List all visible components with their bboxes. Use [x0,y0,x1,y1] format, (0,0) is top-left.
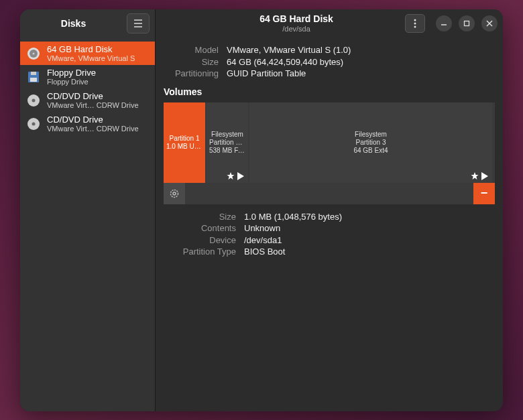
volume-badges [227,172,244,180]
volume-label-line: Partition 3 [353,139,388,147]
drive-text: CD/DVD DriveVMware Virt… CDRW Drive [47,91,150,109]
titlebar-controls [405,14,498,33]
partition-options-button[interactable] [164,183,185,204]
drive-title: 64 GB Hard Disk [47,44,150,54]
partition-detail: Size1.0 MB (1,048,576 bytes) ContentsUnk… [156,204,503,265]
drive-subtitle: Floppy Drive [47,78,150,86]
svg-point-11 [414,23,416,25]
svg-point-2 [33,52,35,54]
kebab-icon [414,19,416,28]
volume-badges [471,172,488,180]
volumes-widget: Partition 11.0 MB Un…FilesystemPartition… [164,102,495,204]
volumes-heading: Volumes [156,84,503,102]
delete-partition-button[interactable]: − [473,183,495,204]
toolbar-spacer [185,183,473,204]
drive-item[interactable]: Floppy DriveFloppy Drive [20,65,155,88]
drive-title: Floppy Drive [47,68,150,78]
label-model: Model [164,44,219,56]
volume-label-line: Filesystem [209,131,246,139]
drive-item[interactable]: CD/DVD DriveVMware Virt… CDRW Drive [20,88,155,112]
label-device: Device [164,234,236,247]
volume-label-line: Partition 2:… [207,139,248,147]
label-size: Size [164,56,219,68]
svg-point-14 [171,190,178,197]
optical-icon [25,92,42,109]
label-ptype: Partition Type [164,246,236,258]
value-partitioning: GUID Partition Table [227,68,306,80]
app-title: Disks [20,18,127,29]
drive-item[interactable]: CD/DVD DriveVMware Virt… CDRW Drive [20,112,155,135]
close-button[interactable] [481,15,498,31]
svg-point-10 [414,19,416,21]
drive-subtitle: VMware Virt… CDRW Drive [47,101,150,109]
drive-menu-button[interactable] [405,14,425,33]
sidebar: Disks 64 GB Hard DiskVMware, VMware Virt… [20,9,156,411]
hdd-icon [25,46,42,62]
play-icon [481,172,488,180]
volume-block[interactable]: FilesystemPartition 2:…538 MB FAT [207,102,248,183]
optical-icon [25,116,42,132]
drive-title: CD/DVD Drive [47,115,150,125]
value-device: /dev/sda1 [244,234,282,247]
volume-label-line: Filesystem [352,131,390,139]
label-psize: Size [164,211,236,223]
header-center: 64 GB Hard Disk /dev/sda [188,14,405,32]
value-model: VMware, VMware Virtual S (1.0) [227,44,351,56]
volume-block[interactable]: FilesystemPartition 364 GB Ext4 [249,102,492,183]
drive-text: Floppy DriveFloppy Drive [47,68,150,86]
drive-text: 64 GB Hard DiskVMware, VMware Virtual S [47,44,150,62]
disk-title: 64 GB Hard Disk [188,14,405,24]
menu-button[interactable] [127,13,150,33]
floppy-icon [25,69,42,85]
drive-subtitle: VMware, VMware Virtual S [47,54,150,62]
sidebar-header: Disks [20,9,155,38]
star-icon [227,172,235,180]
label-contents: Contents [164,222,236,234]
drive-title: CD/DVD Drive [47,91,150,101]
volume-label-line: Partition 1 [166,135,202,143]
volume-block[interactable]: Partition 11.0 MB Un… [164,102,205,183]
svg-rect-4 [31,72,36,75]
value-size: 64 GB (64,424,509,440 bytes) [227,56,343,68]
value-psize: 1.0 MB (1,048,576 bytes) [244,211,342,223]
app-window: Disks 64 GB Hard DiskVMware, VMware Virt… [20,9,503,411]
main-header: 64 GB Hard Disk /dev/sda [156,9,503,38]
label-partitioning: Partitioning [164,68,219,80]
drive-item[interactable]: 64 GB Hard DiskVMware, VMware Virtual S [20,42,155,65]
svg-rect-5 [30,78,37,82]
disk-info: ModelVMware, VMware Virtual S (1.0) Size… [156,38,503,84]
minimize-button[interactable] [436,15,452,31]
close-icon [486,20,493,27]
svg-point-7 [32,98,36,102]
hamburger-icon [133,19,143,27]
maximize-button[interactable] [459,15,475,31]
volume-label-line: 64 GB Ext4 [351,147,390,155]
star-icon [471,172,479,180]
play-icon [237,172,244,180]
drive-text: CD/DVD DriveVMware Virt… CDRW Drive [47,115,150,133]
value-ptype: BIOS Boot [244,246,285,258]
volume-label-line: 538 MB FAT [207,147,248,155]
gear-icon [169,188,180,199]
svg-rect-13 [465,21,469,26]
main-panel: 64 GB Hard Disk /dev/sda ModelVMware, [156,9,503,411]
disk-device-path: /dev/sda [188,25,405,33]
minimize-icon [441,20,447,27]
svg-point-12 [414,26,416,28]
value-contents: Unknown [244,222,280,234]
drive-subtitle: VMware Virt… CDRW Drive [47,125,150,133]
minus-icon: − [481,186,488,200]
maximize-icon [463,20,470,27]
volume-label-line: 1.0 MB Un… [164,143,205,151]
svg-point-15 [173,192,176,195]
drive-list: 64 GB Hard DiskVMware, VMware Virtual SF… [20,38,155,135]
volumes-row: Partition 11.0 MB Un…FilesystemPartition… [164,102,495,183]
volumes-toolbar: − [164,183,495,204]
svg-point-9 [32,122,36,125]
